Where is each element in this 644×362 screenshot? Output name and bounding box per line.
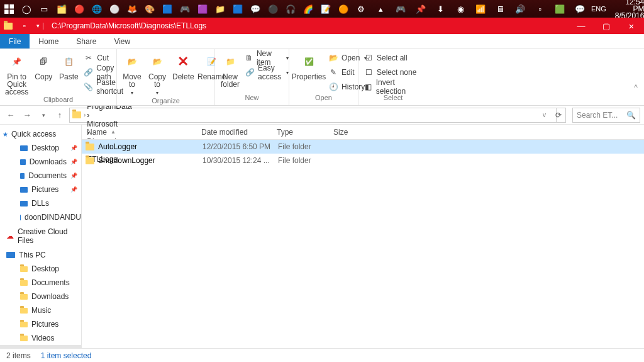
app-icon[interactable]: 🟠	[335, 0, 352, 18]
tray-icon[interactable]: 📌	[412, 0, 430, 18]
tray-clock[interactable]: 12:54 PM 8/5/2016	[609, 0, 644, 20]
sidebar-item[interactable]: Documents	[0, 276, 81, 290]
search-box[interactable]: Search ET... 🔍	[572, 108, 640, 123]
app-icon[interactable]: ⚪	[106, 0, 123, 18]
sidebar-item[interactable]: Videos	[0, 331, 81, 345]
sidebar-item[interactable]: Desktop📌	[0, 141, 81, 155]
search-placeholder: Search ET...	[577, 111, 618, 120]
tab-file[interactable]: File	[0, 34, 30, 48]
address-bar[interactable]: › This PC›OS (C:)›ProgramData›Microsoft›…	[69, 108, 557, 123]
selectnone-button[interactable]: ☐Select none	[364, 66, 423, 79]
tray-icon[interactable]: 🖥	[492, 0, 509, 18]
sidebar-item[interactable]: Downloads	[0, 290, 81, 303]
address-dropdown-icon[interactable]: v	[543, 111, 546, 118]
sidebar-quickaccess[interactable]: Quick access	[0, 127, 81, 141]
sidebar-item[interactable]: Downloads📌	[0, 155, 81, 169]
minimize-button[interactable]: —	[569, 18, 594, 34]
easyaccess-icon: 🔗	[245, 67, 255, 77]
tray-icon[interactable]: 🎮	[392, 0, 409, 18]
tray-icon[interactable]: ▫	[531, 0, 549, 18]
paste-button[interactable]: 📋 Paste	[58, 52, 79, 81]
taskview-icon[interactable]: ▭	[35, 0, 53, 18]
newfolder-button[interactable]: 📁New folder	[220, 52, 240, 88]
open-icon: 📂	[328, 53, 338, 63]
app-icon[interactable]: 🟪	[194, 0, 211, 18]
app-icon[interactable]: 🌐	[88, 0, 106, 18]
tab-share[interactable]: Share	[67, 34, 105, 48]
pin-quickaccess-button[interactable]: 📌 Pin to Quick access	[5, 52, 28, 96]
file-row[interactable]: AutoLogger12/20/2015 6:50 PMFile folder	[82, 140, 644, 154]
tab-view[interactable]: View	[105, 34, 139, 48]
tray-icon[interactable]: 🟩	[552, 0, 569, 18]
sidebar-item[interactable]: Pictures	[0, 317, 81, 331]
tray-chevron-icon[interactable]: ▴	[372, 0, 390, 18]
svg-rect-3	[9, 9, 14, 14]
app-icon[interactable]: ⚫	[264, 0, 282, 18]
maximize-button[interactable]: ▢	[594, 18, 619, 34]
sidebar-creativecloud[interactable]: ☁Creative Cloud Files	[0, 229, 81, 243]
search-icon[interactable]: ◯	[18, 0, 35, 18]
tray-settings-icon[interactable]: ⚙	[352, 0, 370, 18]
up-button[interactable]: ↑	[53, 108, 67, 122]
tray-icon[interactable]: ⬇	[432, 0, 450, 18]
delete-button[interactable]: ✕Delete	[172, 52, 194, 81]
selectall-button[interactable]: ☑Select all	[364, 52, 423, 64]
selectall-icon: ☑	[364, 53, 374, 63]
app-icon[interactable]: 🎮	[176, 0, 194, 18]
search-icon: 🔍	[626, 111, 636, 120]
invert-button[interactable]: ◧Invert selection	[364, 81, 423, 93]
sidebar-item[interactable]: Desktop	[0, 262, 81, 276]
app-icon[interactable]: 🗂️	[53, 0, 70, 18]
refresh-button[interactable]: ⟳	[551, 108, 566, 123]
explorer-icon[interactable]: 📁	[211, 0, 229, 18]
app-icon[interactable]: 💬	[247, 0, 264, 18]
status-item-count: 2 items	[6, 351, 31, 360]
app-icon[interactable]: 🎨	[141, 0, 158, 18]
copy-button[interactable]: 🗐 Copy	[33, 52, 53, 81]
sidebar-item[interactable]: DLLs	[0, 196, 81, 210]
sidebar-item[interactable]: Documents📌	[0, 169, 81, 183]
sidebar-item[interactable]: Music	[0, 303, 81, 317]
easyaccess-button[interactable]: 🔗Easy access▾	[245, 66, 289, 79]
sidebar-thispc[interactable]: This PC	[0, 248, 81, 262]
ribbon-collapse-icon[interactable]: ^	[630, 83, 641, 92]
tray-wifi-icon[interactable]: 📶	[472, 0, 489, 18]
discord-icon[interactable]: 🎧	[282, 0, 299, 18]
column-headers[interactable]: Name▲ Date modified Type Size	[82, 125, 644, 140]
window-titlebar: ▫ ▾ │ C:\ProgramData\Microsoft\Diagnosis…	[0, 18, 644, 34]
chrome-icon[interactable]: 🌈	[299, 0, 317, 18]
pasteshortcut-icon: 📎	[84, 82, 93, 92]
tab-home[interactable]: Home	[30, 34, 67, 48]
forward-button[interactable]: →	[20, 108, 34, 122]
selectnone-icon: ☐	[364, 67, 374, 77]
back-button[interactable]: ←	[4, 108, 18, 122]
notepad-icon[interactable]: 📝	[317, 0, 335, 18]
moveto-icon: 📂	[122, 52, 142, 72]
start-icon[interactable]	[0, 0, 18, 18]
history-icon: 🕘	[328, 82, 338, 92]
svg-rect-0	[4, 4, 9, 9]
app-icon[interactable]: 🟦	[158, 0, 176, 18]
tray-language[interactable]: ENG	[591, 0, 606, 18]
newfolder-icon: 📁	[220, 52, 240, 72]
tray-icon[interactable]: ◉	[452, 0, 469, 18]
app-icon[interactable]: 🟦	[229, 0, 247, 18]
firefox-icon[interactable]: 🦊	[123, 0, 141, 18]
paste-icon: 📋	[58, 52, 79, 72]
invert-icon: ◧	[364, 82, 373, 92]
sidebar-item[interactable]: OS (C:)	[0, 345, 81, 348]
file-row[interactable]: ShutdownLogger10/30/2015 12:24 ...File f…	[82, 154, 644, 167]
tray-notif-icon[interactable]: 💬	[571, 0, 589, 18]
copyto-button[interactable]: 📂Copy to▾	[147, 52, 167, 97]
tray-volume-icon[interactable]: 🔊	[511, 0, 529, 18]
app-icon[interactable]: 🔴	[70, 0, 88, 18]
newitem-button[interactable]: 🗎New item▾	[245, 52, 289, 64]
qa-save-icon[interactable]: ▫	[16, 18, 33, 34]
qa-dropdown-icon[interactable]: ▾ │	[33, 18, 49, 34]
sidebar-item[interactable]: doonDINDANDU	[0, 210, 81, 224]
moveto-button[interactable]: 📂Move to▾	[122, 52, 142, 97]
close-button[interactable]: ×	[619, 18, 644, 34]
properties-button[interactable]: ✅Properties	[294, 52, 323, 81]
sidebar-item[interactable]: Pictures📌	[0, 183, 81, 196]
recent-dropdown[interactable]: ▾	[36, 108, 50, 122]
